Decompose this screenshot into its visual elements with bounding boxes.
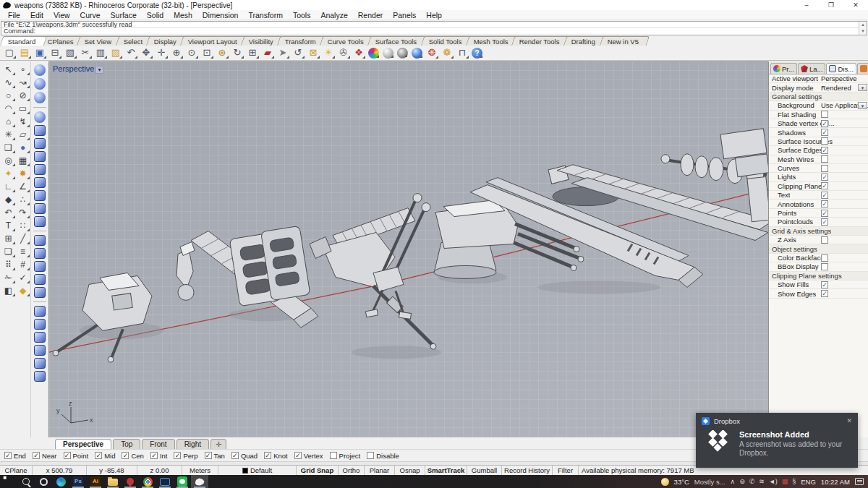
point-icon[interactable]: ∘ bbox=[16, 64, 30, 76]
photoshop-icon[interactable]: Ps bbox=[69, 475, 87, 488]
setting-row-clipping-planes[interactable]: Clipping Planes✓ bbox=[769, 182, 868, 191]
command-scrollbar[interactable]: ▲▼ bbox=[859, 22, 867, 35]
solid-edit-3-icon[interactable] bbox=[34, 332, 46, 343]
checkbox-checked[interactable]: ✓ bbox=[294, 452, 302, 459]
checkbox-unchecked[interactable] bbox=[821, 155, 828, 163]
setting-row-shadows[interactable]: Shadows✓ bbox=[769, 128, 868, 137]
osnap-mid[interactable]: ✓Mid bbox=[95, 452, 115, 460]
checkbox-checked[interactable]: ✓ bbox=[122, 452, 129, 459]
surface-patch-icon[interactable]: ▦ bbox=[16, 155, 30, 167]
solid-sphere-icon[interactable] bbox=[34, 64, 46, 76]
curve-freeform-icon[interactable]: ↝ bbox=[16, 77, 30, 89]
options-gear-icon[interactable]: ❁ bbox=[441, 46, 454, 59]
command-area[interactable]: File "E:\Z 1\weapons.3dm" successfully r… bbox=[1, 21, 867, 35]
checkbox-checked[interactable]: ✓ bbox=[821, 281, 828, 288]
cortana-button[interactable] bbox=[35, 475, 52, 488]
setting-row-show-fills[interactable]: Show Fills✓ bbox=[769, 281, 868, 289]
panel-tab-display[interactable]: Dis... bbox=[826, 63, 856, 74]
setting-row-curves[interactable]: Curves bbox=[769, 164, 868, 173]
checkbox-checked[interactable]: ✓ bbox=[821, 147, 828, 154]
checkbox-unchecked[interactable] bbox=[821, 254, 828, 262]
panel-tab-help[interactable]: Help bbox=[857, 63, 868, 74]
setting-row-shade-vertex-col-[interactable]: Shade vertex col...✓ bbox=[769, 119, 868, 128]
setting-row-surface-edges[interactable]: Surface Edges✓ bbox=[769, 146, 868, 155]
boolean-union-icon[interactable]: ✦ bbox=[1, 168, 15, 180]
viewport-dropdown-icon[interactable]: ▾ bbox=[95, 66, 103, 74]
lamp-icon[interactable]: ◆ bbox=[16, 285, 30, 297]
rotate-view-icon[interactable]: ↻ bbox=[231, 46, 244, 59]
solid-sphere-pair-icon[interactable] bbox=[34, 111, 46, 123]
setting-row-background[interactable]: BackgroundUse Applicatio...▾ bbox=[769, 101, 868, 110]
checkbox-checked[interactable]: ✓ bbox=[821, 129, 828, 136]
language-indicator[interactable]: ENG bbox=[801, 478, 816, 486]
menu-curve[interactable]: Curve bbox=[75, 11, 106, 20]
solid-sphere-shaded-icon[interactable] bbox=[34, 78, 46, 90]
menu-edit[interactable]: Edit bbox=[25, 11, 48, 20]
arc-rotate-icon[interactable]: ↺ bbox=[292, 46, 305, 59]
illustrator-icon[interactable]: Ai bbox=[87, 475, 104, 488]
hidden-icons-chevron[interactable]: ∧ bbox=[731, 478, 736, 485]
checkbox-unchecked[interactable] bbox=[330, 452, 337, 459]
minimize-button[interactable]: – bbox=[794, 0, 819, 10]
status-cell-y-85-48[interactable]: y -85.48 bbox=[87, 466, 137, 475]
solid-box-group-icon[interactable] bbox=[34, 190, 46, 201]
solid-box-icon[interactable] bbox=[34, 177, 46, 188]
checkbox-unchecked[interactable] bbox=[821, 263, 828, 270]
helix-icon[interactable]: ↯ bbox=[16, 116, 30, 128]
toolbar-tab-curve-tools[interactable]: Curve Tools bbox=[320, 36, 375, 46]
tray-app-icon[interactable]: ▦ bbox=[782, 478, 788, 485]
tray-sync-icon[interactable]: ⊚ bbox=[739, 478, 745, 485]
dropbox-notification[interactable]: Dropbox ✕ Screenshot Added A screenshot … bbox=[696, 413, 858, 468]
osnap-end[interactable]: ✓End bbox=[4, 452, 26, 460]
weapon-machine-gun[interactable] bbox=[310, 208, 436, 350]
panel-tab-layers[interactable]: La... bbox=[798, 63, 826, 74]
control-points-icon[interactable]: ∷ bbox=[16, 220, 30, 232]
setting-row-points[interactable]: Points✓ bbox=[769, 209, 868, 218]
dropdown-arrow-icon[interactable]: ▾ bbox=[858, 84, 867, 91]
setting-row-text[interactable]: Text✓ bbox=[769, 191, 868, 200]
menu-view[interactable]: View bbox=[48, 11, 75, 20]
setting-row-surface-isocurves[interactable]: Surface Isocurves bbox=[769, 137, 868, 146]
named-views-icon[interactable]: ⊠ bbox=[307, 46, 320, 59]
zoom-dynamic-icon[interactable]: ⊙ bbox=[185, 46, 198, 59]
fly-through-icon[interactable]: ➤ bbox=[276, 46, 289, 59]
status-cell-z-0-00[interactable]: z 0.00 bbox=[137, 466, 182, 475]
text-object-icon[interactable]: T bbox=[1, 220, 15, 232]
start-button[interactable] bbox=[0, 475, 17, 488]
status-cell-cplane[interactable]: CPlane bbox=[0, 466, 33, 475]
osnap-project[interactable]: Project bbox=[330, 452, 361, 460]
menu-help[interactable]: Help bbox=[421, 11, 447, 20]
explode-icon[interactable]: ✸ bbox=[16, 168, 30, 180]
clock[interactable]: 10:22 AM bbox=[821, 478, 850, 486]
status-toggle-ortho[interactable]: Ortho bbox=[339, 466, 365, 475]
save-file-icon[interactable]: ▣ bbox=[33, 46, 46, 59]
checkbox-checked[interactable]: ✓ bbox=[64, 452, 71, 459]
setting-row-display-mode[interactable]: Display modeRendered▾ bbox=[769, 83, 868, 92]
osnap-near[interactable]: ✓Near bbox=[33, 452, 57, 460]
tray-link-icon[interactable]: § bbox=[792, 478, 796, 485]
checkbox-unchecked[interactable] bbox=[367, 452, 374, 459]
setting-row-color-backfaces[interactable]: Color Backfaces bbox=[769, 254, 868, 262]
polygon-icon[interactable]: ⌂ bbox=[1, 116, 15, 128]
setting-row-flat-shading[interactable]: Flat Shading bbox=[769, 111, 868, 119]
checkbox-checked[interactable]: ✓ bbox=[150, 452, 158, 459]
osnap-disable[interactable]: Disable bbox=[367, 452, 399, 460]
checkbox-checked[interactable]: ✓ bbox=[821, 182, 828, 189]
menu-panels[interactable]: Panels bbox=[388, 11, 421, 20]
checkbox-checked[interactable]: ✓ bbox=[33, 452, 40, 459]
toolbar-tab-new-in-v5[interactable]: New in V5 bbox=[599, 36, 650, 46]
move-icon[interactable]: ✛ bbox=[155, 46, 168, 59]
line-icon[interactable] bbox=[174, 475, 191, 488]
viewport-tab-perspective[interactable]: Perspective bbox=[55, 439, 111, 449]
menu-mesh[interactable]: Mesh bbox=[169, 11, 197, 20]
file-explorer-icon[interactable] bbox=[104, 475, 122, 488]
status-toggle-gumball[interactable]: Gumball bbox=[467, 466, 502, 475]
search-button[interactable] bbox=[17, 475, 35, 488]
color-wheel-icon[interactable] bbox=[368, 48, 379, 59]
solid-box-scale-icon[interactable] bbox=[34, 235, 46, 246]
export-icon[interactable]: ▧ bbox=[64, 46, 77, 59]
solid-box-extract-icon[interactable] bbox=[34, 261, 46, 272]
open-file-icon[interactable]: ▤ bbox=[18, 46, 31, 59]
dropdown-arrow-icon[interactable]: ▾ bbox=[858, 102, 867, 109]
zoom-in-icon[interactable]: ⊕ bbox=[170, 46, 183, 59]
